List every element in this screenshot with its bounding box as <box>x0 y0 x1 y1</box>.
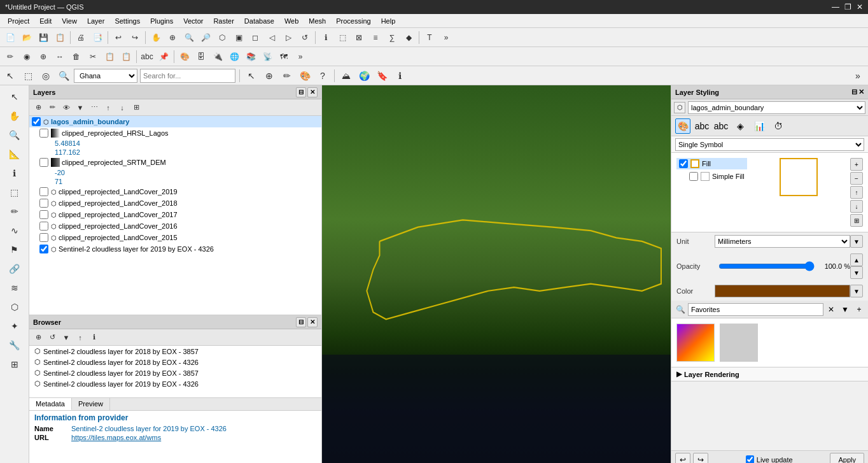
location-select[interactable]: Ghana <box>74 69 137 83</box>
layer-item-hrsl[interactable]: clipped_reprojected_HRSL_Lagos <box>29 127 321 139</box>
gps-button[interactable]: 📡 <box>260 49 275 64</box>
favorite-item-gradient[interactable] <box>676 324 715 362</box>
delete-selected-button[interactable]: 🗑 <box>69 49 84 64</box>
opacity-down-btn[interactable]: ▼ <box>850 266 863 279</box>
minimize-button[interactable]: — <box>832 3 839 11</box>
settings-tool[interactable]: 🔧 <box>3 336 26 354</box>
layer-filter-btn[interactable]: ⋯ <box>88 101 101 114</box>
layer-item-lc2017[interactable]: ⬡ clipped_reprojected_LandCover_2017 <box>29 209 321 220</box>
layer-checkbox-lc2019[interactable] <box>39 187 48 196</box>
pan-map-button[interactable]: ⊕ <box>165 30 180 45</box>
styling-float-button[interactable]: ⊟ <box>851 88 857 96</box>
layer-checkbox-lc2015[interactable] <box>39 233 48 242</box>
open-attribute-button[interactable]: ≡ <box>368 30 383 45</box>
styling-history-button[interactable]: ⏱ <box>771 118 786 134</box>
menu-plugins[interactable]: Plugins <box>145 16 178 26</box>
layer-checkbox-lagos[interactable] <box>32 117 41 126</box>
label-tool[interactable]: ✏ <box>3 203 26 220</box>
pan-tool[interactable]: ✋ <box>3 107 26 125</box>
menu-vector[interactable]: Vector <box>178 16 208 26</box>
location-search-input[interactable] <box>140 69 235 83</box>
save-as-button[interactable]: 📋 <box>52 30 67 45</box>
redo-styling-btn[interactable]: ↪ <box>693 453 708 464</box>
style2-button[interactable]: 🎨 <box>297 68 312 83</box>
browser-item-0[interactable]: ⬡ Sentinel-2 cloudless layer for 2018 by… <box>29 346 321 357</box>
menu-view[interactable]: View <box>57 16 82 26</box>
select-area-tool[interactable]: ⬚ <box>3 183 26 201</box>
layer-item-lagos-admin[interactable]: ⬡ lagos_admin_boundary <box>29 116 321 127</box>
grid-tool[interactable]: ≋ <box>3 279 26 297</box>
toggle-visibility-btn[interactable]: 👁 <box>60 101 73 114</box>
browser-refresh-btn[interactable]: ↺ <box>46 331 59 344</box>
favorites-search-input[interactable] <box>688 303 823 316</box>
undo-styling-btn[interactable]: ↩ <box>675 453 690 464</box>
browser-close-button[interactable]: ✕ <box>307 317 318 327</box>
menu-raster[interactable]: Raster <box>208 16 239 26</box>
symbol-cb-fill[interactable] <box>679 159 688 168</box>
browser-item-1[interactable]: ⬡ Sentinel-2 cloudless layer for 2018 by… <box>29 357 321 367</box>
browser-item-3[interactable]: ⬡ Sentinel-2 cloudless layer for 2019 by… <box>29 378 321 389</box>
refresh-button[interactable]: ↺ <box>297 30 312 45</box>
layer-checkbox-hrsl[interactable] <box>39 129 48 138</box>
add-layer-button[interactable]: ⊕ <box>262 68 277 83</box>
osm-button[interactable]: 🌍 <box>356 68 372 83</box>
undo-button[interactable]: ↩ <box>111 30 126 45</box>
identify-tool[interactable]: ℹ <box>3 164 26 182</box>
measure-tool[interactable]: 📐 <box>3 145 26 163</box>
favorites-dropdown-btn[interactable]: ▼ <box>839 303 851 316</box>
symbol-cb-simple[interactable] <box>689 172 698 181</box>
symbol-type-dropdown[interactable]: Single Symbol <box>675 138 864 151</box>
browser-filter-btn[interactable]: ▼ <box>60 331 73 344</box>
layer-item-lc2018[interactable]: ⬡ clipped_reprojected_LandCover_2018 <box>29 197 321 209</box>
link-tool[interactable]: 🔗 <box>3 260 26 278</box>
symbol-tree-item-fill[interactable]: Fill <box>676 158 747 169</box>
zoom-next-button[interactable]: ▷ <box>281 30 296 45</box>
print-layout-button[interactable]: 🖨 <box>73 30 88 45</box>
menu-edit[interactable]: Edit <box>34 16 57 26</box>
identify-button[interactable]: ℹ <box>318 30 333 45</box>
move-feature-button[interactable]: ↔ <box>52 49 67 64</box>
edit-layer-button[interactable]: ✏ <box>279 68 295 83</box>
close-button[interactable]: ✕ <box>857 3 863 11</box>
menu-database[interactable]: Database <box>239 16 279 26</box>
maximize-button[interactable]: ❐ <box>844 3 851 11</box>
server-button[interactable]: 🌐 <box>227 49 242 64</box>
map-area[interactable] <box>322 85 671 463</box>
layers-close-button[interactable]: ✕ <box>307 87 318 97</box>
remove-layer-btn[interactable]: ✏ <box>46 101 59 114</box>
save-project-button[interactable]: 💾 <box>36 30 51 45</box>
menu-processing[interactable]: Processing <box>331 16 375 26</box>
symbol-add-btn[interactable]: + <box>850 158 863 171</box>
zoom-full-button[interactable]: ⬡ <box>214 30 230 45</box>
symbol-down-btn[interactable]: ↓ <box>850 200 863 213</box>
styling-3d-button[interactable]: ◈ <box>732 118 748 134</box>
styling-close-button[interactable]: ✕ <box>858 88 864 96</box>
info-value-url[interactable]: https://tiles.maps.eox.at/wms <box>71 434 161 441</box>
layers-down-btn[interactable]: ↓ <box>116 101 129 114</box>
path-button[interactable]: ⛰ <box>339 68 354 83</box>
styling-label-button[interactable]: abc <box>694 118 710 134</box>
layer-item-sentinel[interactable]: ⬡ Sentinel-2 cloudless layer for 2019 by… <box>29 243 321 255</box>
pin-button[interactable]: 📌 <box>156 49 171 64</box>
layer-item-lc2015[interactable]: ⬡ clipped_reprojected_LandCover_2015 <box>29 232 321 243</box>
deselect-button[interactable]: ⊠ <box>351 30 367 45</box>
tab-preview[interactable]: Preview <box>72 398 110 410</box>
digitize-button[interactable]: ✏ <box>3 49 18 64</box>
redo-button[interactable]: ↪ <box>127 30 143 45</box>
add-layer-btn[interactable]: ⊕ <box>32 101 45 114</box>
menu-mesh[interactable]: Mesh <box>304 16 331 26</box>
layer-item-lc2019[interactable]: ⬡ clipped_reprojected_LandCover_2019 <box>29 186 321 197</box>
menu-layer[interactable]: Layer <box>82 16 110 26</box>
select-button[interactable]: ⬚ <box>335 30 350 45</box>
opacity-up-btn[interactable]: ▲ <box>850 253 863 266</box>
menu-web[interactable]: Web <box>279 16 304 26</box>
layer-checkbox-lc2017[interactable] <box>39 210 48 219</box>
open-project-button[interactable]: 📂 <box>19 30 34 45</box>
new-project-button[interactable]: 📄 <box>3 30 18 45</box>
zoom-theme-button[interactable]: ◎ <box>38 68 53 83</box>
layer-item-lc2016[interactable]: ⬡ clipped_reprojected_LandCover_2016 <box>29 220 321 232</box>
label-diagram-button[interactable]: abc <box>139 49 155 64</box>
zoom-layer-button[interactable]: ▣ <box>231 30 246 45</box>
zoom-tool[interactable]: 🔍 <box>3 126 26 144</box>
styling-diagram-button[interactable]: 📊 <box>752 118 767 134</box>
